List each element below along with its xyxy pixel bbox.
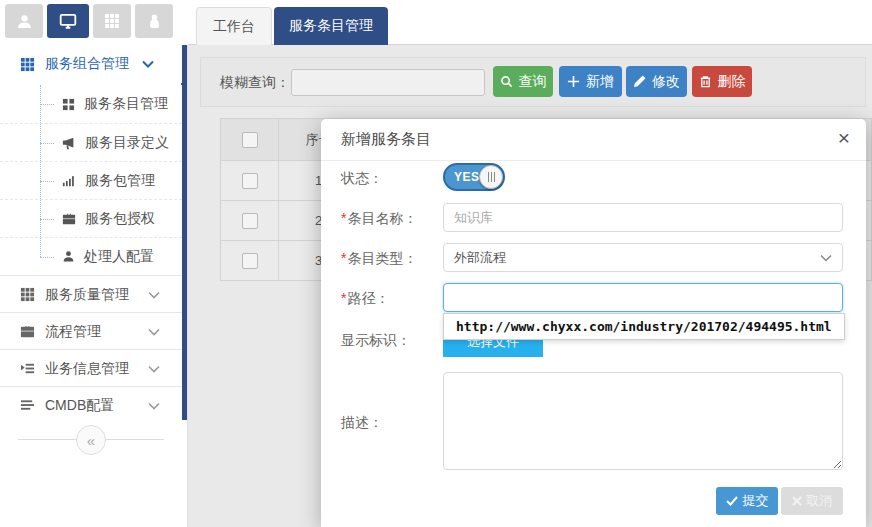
entry-type-select[interactable]: 外部流程 [443,243,843,272]
tree-branch-line [40,181,54,182]
check-icon [726,496,738,506]
sidebar-group-process-management[interactable]: 流程管理 [0,312,182,350]
fuzzy-query-label: 模糊查询： [220,74,290,92]
toggle-handle[interactable] [479,165,503,189]
modal-header: 新增服务条目 × [321,119,866,161]
chevron-down-icon [148,402,160,410]
sidebar-group-service-quality[interactable]: 服务质量管理 [0,275,182,313]
indent-list-icon [20,361,35,376]
user-icon [16,13,33,30]
row-checkbox[interactable] [242,213,258,229]
delete-button-label: 删除 [718,73,746,91]
sidebar-item-handler-configuration[interactable]: 处理人配置 [0,237,182,275]
tab-service-entry-management[interactable]: 服务条目管理 [274,7,388,45]
sidebar-item-service-package-authorization[interactable]: 服务包授权 [0,199,182,237]
grid-icon [104,13,120,29]
search-icon [500,75,513,88]
sidebar-item-service-package-management[interactable]: 服务包管理 [0,161,182,199]
grid-icon [20,287,35,302]
entry-type-label: *条目类型： [341,250,417,268]
megaphone-icon [62,136,76,150]
entry-name-label: *条目名称： [341,210,417,228]
tree-branch-line [40,143,54,144]
sidebar-item-service-catalog-definition[interactable]: 服务目录定义 [0,123,182,161]
status-label: 状态： [341,170,383,188]
status-toggle[interactable]: YES [443,163,505,191]
monitor-icon [59,12,77,30]
tree-branch-line [40,104,54,105]
chevron-down-icon [148,291,160,299]
delete-button[interactable]: 删除 [692,66,752,97]
entry-name-label-text: 条目名称： [347,210,417,226]
toolbar-user-button[interactable] [5,4,43,38]
edit-button-label: 修改 [652,73,680,91]
sidebar-item-label: 处理人配置 [84,248,154,266]
cancel-button-label: 取消 [807,492,833,510]
row-checkbox[interactable] [242,173,258,189]
select-all-checkbox[interactable] [242,132,258,148]
plus-icon [567,75,580,88]
toolbar-monitor-button[interactable] [47,4,89,38]
sidebar-group-label: 流程管理 [45,323,101,341]
tab-workbench[interactable]: 工作台 [196,7,272,45]
search-panel: 模糊查询： 查询 新增 修改 [200,57,866,107]
tab-service-entry-label: 服务条目管理 [289,17,373,35]
cancel-button[interactable]: 取消 [781,487,843,515]
sidebar-group-label: 服务质量管理 [45,286,129,304]
briefcase-icon [62,212,76,226]
toolbar-grid-button[interactable] [93,4,131,38]
fuzzy-query-input[interactable] [291,69,485,96]
add-service-entry-modal: 新增服务条目 × 状态： YES *条目名称： *条目类型： 外部流程 *路径：… [321,119,866,527]
sidebar-group-business-info[interactable]: 业务信息管理 [0,349,182,387]
sidebar-group-service-portfolio[interactable]: 服务组合管理 [0,45,182,83]
sidebar-collapse-area: « [0,430,182,450]
tree-branch-line [40,257,54,258]
description-textarea[interactable] [443,372,843,470]
collapse-icon: « [87,432,95,449]
row-checkbox[interactable] [242,253,258,269]
query-button[interactable]: 查询 [493,66,553,97]
chevron-down-icon [820,254,832,262]
required-mark: * [341,210,346,226]
close-icon[interactable]: × [838,127,850,148]
sidebar-item-service-entry-management[interactable]: 服务条目管理 [0,85,182,123]
edit-button[interactable]: 修改 [626,66,687,97]
chevron-down-icon [148,365,160,373]
bar-chart-icon [62,174,76,188]
sidebar-item-label: 服务目录定义 [85,134,169,152]
pencil-icon [633,75,646,88]
path-suggestion-dropdown[interactable]: http://www.chyxx.com/industry/201702/494… [443,313,845,340]
chevron-down-icon [148,328,160,336]
entry-name-input[interactable] [443,203,843,232]
sidebar-group-cmdb-config[interactable]: CMDB配置 [0,386,182,424]
sidebar-group-label: 服务组合管理 [45,55,129,73]
add-button[interactable]: 新增 [559,66,622,97]
trash-icon [699,75,712,88]
tab-workbench-label: 工作台 [213,18,255,36]
path-suggestion-item[interactable]: http://www.chyxx.com/industry/201702/494… [456,319,832,334]
app-screen: 工作台 服务条目管理 服务组合管理 服务条目管理 [0,0,872,527]
add-button-label: 新增 [586,73,614,91]
path-input[interactable] [443,283,843,312]
submit-button-label: 提交 [743,492,769,510]
modal-title: 新增服务条目 [341,130,431,149]
submit-button[interactable]: 提交 [716,487,778,515]
display-mark-label: 显示标识： [341,332,411,350]
toolbar-penguin-button[interactable] [135,4,173,38]
sidebar-group-label: 业务信息管理 [45,360,129,378]
sidebar-item-label: 服务包管理 [85,172,155,190]
sidebar-submenu: 服务条目管理 服务目录定义 服务包管理 [0,85,182,275]
top-toolbar [0,0,188,45]
tab-bar: 工作台 服务条目管理 [188,0,872,45]
sidebar-collapse-button[interactable]: « [76,425,106,455]
path-label: *路径： [341,290,389,308]
tree-branch-line [40,219,54,220]
description-label: 描述： [341,414,383,432]
toggle-on-label: YES [454,170,480,184]
sidebar-item-label: 服务条目管理 [84,95,168,113]
briefcase-icon [20,324,35,339]
grid-small-icon [62,98,75,111]
path-label-text: 路径： [347,290,389,306]
sidebar-item-label: 服务包授权 [85,210,155,228]
x-icon [792,496,802,506]
